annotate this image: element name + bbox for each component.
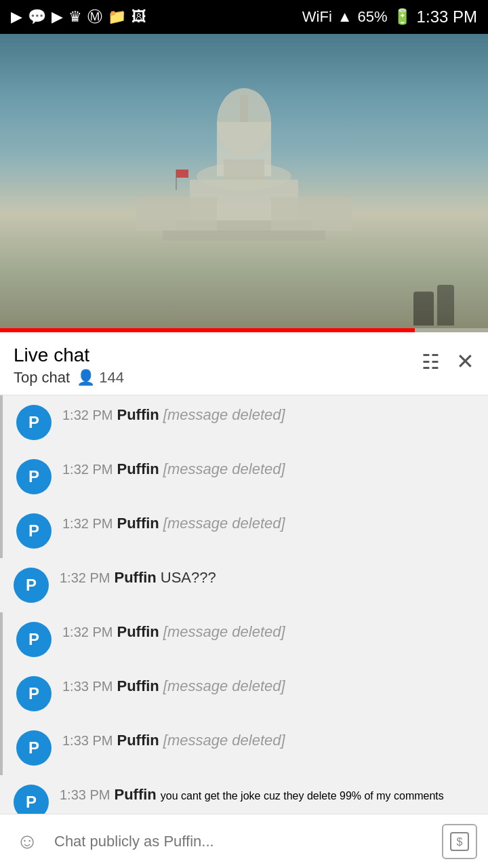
message-content: 1:32 PMPuffin[message deleted] <box>62 405 474 426</box>
message-time: 1:32 PM <box>60 568 110 587</box>
message-time: 1:32 PM <box>62 514 113 533</box>
chat-message: P1:32 PMPuffin[message deleted] <box>0 395 488 450</box>
message-deleted-text: [message deleted] <box>163 676 285 697</box>
message-content: 1:32 PMPuffin[message deleted] <box>62 622 474 643</box>
image-icon: 🖼 <box>131 8 146 26</box>
message-author: Puffin <box>117 459 159 480</box>
youtube-icon: ▶ <box>11 8 22 26</box>
emoji-button[interactable]: ☺ <box>11 825 43 858</box>
send-button[interactable]: $ <box>442 824 477 859</box>
avatar: P <box>16 405 52 440</box>
viewer-count: 👤 144 <box>77 369 124 387</box>
message-content: 1:32 PMPuffinUSA??? <box>60 568 474 589</box>
message-time: 1:33 PM <box>60 785 110 804</box>
avatar: P <box>16 459 52 494</box>
message-time: 1:32 PM <box>62 623 113 642</box>
battery-percent: 65% <box>358 8 388 26</box>
chat-subtitle: Top chat 👤 144 <box>14 369 124 387</box>
svg-rect-8 <box>136 197 217 231</box>
status-bar: ▶ 💬 ▶ ♛ Ⓜ 📁 🖼 WiFi ▲ 65% 🔋 1:33 PM <box>0 0 488 34</box>
message-time: 1:32 PM <box>62 460 113 479</box>
message-deleted-text: [message deleted] <box>163 405 285 426</box>
message-author: Puffin <box>117 513 159 534</box>
mastodon-icon: Ⓜ <box>87 7 102 27</box>
battery-icon: 🔋 <box>393 8 411 26</box>
message-author: Puffin <box>114 568 156 589</box>
chat-header-left: Live chat Top chat 👤 144 <box>14 344 124 387</box>
chat-title: Live chat <box>14 344 124 366</box>
message-author: Puffin <box>114 785 156 806</box>
avatar: P <box>16 513 52 549</box>
svg-rect-3 <box>224 159 264 180</box>
message-content: 1:33 PMPuffin[message deleted] <box>62 730 474 751</box>
message-icon: 💬 <box>28 8 46 26</box>
chat-message: P1:32 PMPuffinUSA??? <box>0 558 488 612</box>
status-right-info: WiFi ▲ 65% 🔋 1:33 PM <box>302 7 477 26</box>
message-content: 1:32 PMPuffin[message deleted] <box>62 513 474 534</box>
chat-messages-list: P1:32 PMPuffin[message deleted]P1:32 PMP… <box>0 395 488 829</box>
chat-message: P1:32 PMPuffin[message deleted] <box>0 612 488 667</box>
viewer-icon: 👤 <box>77 369 95 387</box>
wifi-icon: WiFi <box>302 8 332 26</box>
message-time: 1:33 PM <box>62 731 113 750</box>
video-progress-fill <box>0 328 415 332</box>
message-author: Puffin <box>117 622 159 643</box>
chat-message: P1:32 PMPuffin[message deleted] <box>0 450 488 504</box>
viewer-number: 144 <box>99 369 124 387</box>
message-content: 1:33 PMPuffin[message deleted] <box>62 676 474 697</box>
filter-icon[interactable]: ☷ <box>422 350 440 374</box>
folder-icon: 📁 <box>108 8 126 26</box>
message-content: 1:32 PMPuffin[message deleted] <box>62 459 474 480</box>
avatar: P <box>16 730 52 766</box>
message-deleted-text: [message deleted] <box>163 622 285 643</box>
message-deleted-text: [message deleted] <box>163 459 285 480</box>
message-content: 1:33 PMPuffinyou cant get the joke cuz t… <box>60 785 474 806</box>
avatar: P <box>14 568 49 603</box>
svg-rect-6 <box>163 231 325 241</box>
crown-icon: ♛ <box>68 8 82 26</box>
chat-message: P1:33 PMPuffin[message deleted] <box>0 721 488 775</box>
chat-header-right: ☷ ✕ <box>422 344 474 374</box>
chat-message: P1:33 PMPuffin[message deleted] <box>0 667 488 721</box>
youtube2-icon: ▶ <box>52 8 63 26</box>
message-time: 1:33 PM <box>62 677 113 696</box>
chat-subtitle-text[interactable]: Top chat <box>14 369 70 387</box>
close-icon[interactable]: ✕ <box>456 349 474 374</box>
video-progress-bar[interactable] <box>0 328 488 332</box>
message-time: 1:32 PM <box>62 406 113 425</box>
message-deleted-text: [message deleted] <box>163 730 285 751</box>
svg-rect-11 <box>176 170 188 178</box>
signal-icon: ▲ <box>338 8 352 26</box>
avatar: P <box>16 676 52 711</box>
svg-rect-9 <box>271 197 352 231</box>
video-player[interactable] <box>0 34 488 332</box>
message-text: USA??? <box>161 568 216 589</box>
chat-header: Live chat Top chat 👤 144 ☷ ✕ <box>0 332 488 395</box>
chat-input-bar: ☺ $ <box>0 814 488 868</box>
svg-rect-7 <box>240 95 248 122</box>
video-thumbnail <box>108 54 380 298</box>
chat-message: P1:32 PMPuffin[message deleted] <box>0 504 488 558</box>
avatar: P <box>16 622 52 657</box>
message-author: Puffin <box>117 405 159 426</box>
status-time: 1:33 PM <box>417 7 477 26</box>
svg-text:$: $ <box>457 836 463 848</box>
message-deleted-text: [message deleted] <box>163 513 285 534</box>
message-author: Puffin <box>117 730 159 751</box>
status-left-icons: ▶ 💬 ▶ ♛ Ⓜ 📁 🖼 <box>11 7 146 27</box>
chat-input-field[interactable] <box>54 833 431 850</box>
message-author: Puffin <box>117 676 159 697</box>
